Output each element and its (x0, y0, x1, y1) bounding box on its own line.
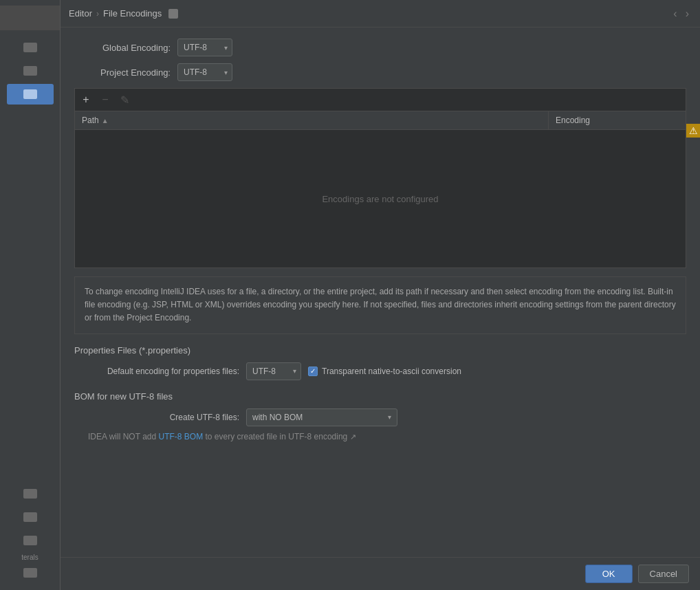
transparent-checkbox-wrapper: Transparent native-to-ascii conversion (308, 367, 461, 376)
bom-info-arrow: ↗ (350, 433, 356, 441)
sidebar-icon-7 (23, 568, 37, 578)
empty-message: Encodings are not configured (322, 194, 438, 204)
edit-encoding-button[interactable]: ✎ (116, 91, 133, 108)
sidebar-icon-6 (23, 536, 37, 545)
info-text: To change encoding IntelliJ IDEA uses fo… (85, 287, 676, 323)
bom-row: Create UTF-8 files: with NO BOM (74, 408, 686, 426)
encoding-table-container: + − ✎ Path ▲ Encoding Encodings are not … (74, 88, 686, 268)
add-encoding-button[interactable]: + (78, 91, 94, 108)
sidebar-label-terals: terals (21, 554, 38, 561)
bom-info-link[interactable]: UTF-8 BOM (158, 432, 203, 441)
transparent-checkbox[interactable] (308, 367, 318, 376)
dialog-footer: OK Cancel (61, 557, 700, 590)
sidebar-icon-2 (23, 66, 37, 76)
bom-section-title: BOM for new UTF-8 files (74, 391, 686, 402)
header: Editor › File Encodings ‹ › (61, 0, 700, 28)
properties-encoding-value: UTF-8 (252, 367, 276, 376)
properties-encoding-row: Default encoding for properties files: U… (74, 362, 686, 380)
remove-encoding-button[interactable]: − (97, 91, 113, 108)
sidebar-item-7[interactable] (7, 562, 54, 583)
sidebar-item-6[interactable] (7, 530, 54, 551)
col-encoding-label: Encoding (556, 116, 590, 125)
breadcrumb-root[interactable]: Editor (69, 8, 92, 19)
project-encoding-label: Project Encoding: (74, 67, 171, 78)
main-panel: Editor › File Encodings ‹ › Global Encod… (61, 0, 700, 590)
breadcrumb-current[interactable]: File Encodings (103, 8, 162, 19)
transparent-checkbox-label: Transparent native-to-ascii conversion (322, 367, 461, 376)
sidebar-top (0, 6, 60, 30)
project-encoding-dropdown[interactable]: UTF-8 (177, 63, 232, 81)
cancel-button[interactable]: Cancel (638, 565, 689, 583)
bom-info-prefix: IDEA will NOT add (88, 432, 158, 441)
bom-label: Create UTF-8 files: (88, 413, 239, 422)
properties-encoding-label: Default encoding for properties files: (88, 367, 239, 376)
project-encoding-value: UTF-8 (184, 67, 207, 77)
properties-section-title: Properties Files (*.properties) (74, 345, 686, 356)
warning-icon[interactable]: ⚠ (686, 124, 700, 138)
nav-forward-button[interactable]: › (683, 6, 692, 21)
sidebar-icon-3 (23, 89, 37, 99)
bom-info-text: IDEA will NOT add UTF-8 BOM to every cre… (74, 432, 686, 441)
breadcrumb-separator: › (96, 9, 99, 19)
breadcrumb-settings-icon (168, 9, 178, 19)
sidebar-icon-4 (23, 489, 37, 499)
bom-dropdown[interactable]: with NO BOM (246, 408, 397, 426)
sidebar-item-1[interactable] (7, 37, 54, 58)
sidebar-icon-5 (23, 512, 37, 522)
settings-content: Global Encoding: UTF-8 Project Encoding:… (61, 28, 700, 557)
sort-asc-icon: ▲ (102, 117, 109, 124)
project-encoding-row: Project Encoding: UTF-8 (74, 63, 686, 81)
table-body: Encodings are not configured (75, 130, 686, 267)
bom-info-suffix: to every created file in UTF-8 encoding (203, 432, 349, 441)
table-header: Path ▲ Encoding (75, 111, 686, 130)
sidebar-icon-1 (23, 43, 37, 52)
ok-button[interactable]: OK (585, 565, 633, 583)
col-path-label: Path (82, 116, 99, 125)
info-box: To change encoding IntelliJ IDEA uses fo… (74, 276, 686, 334)
global-encoding-row: Global Encoding: UTF-8 (74, 39, 686, 56)
sidebar-bottom-group: terals (0, 482, 60, 584)
sidebar-item-2[interactable] (7, 61, 54, 81)
global-encoding-value: UTF-8 (184, 43, 207, 52)
table-col-encoding[interactable]: Encoding (548, 111, 686, 129)
global-encoding-dropdown[interactable]: UTF-8 (177, 39, 232, 56)
table-toolbar: + − ✎ (75, 89, 686, 111)
nav-back-button[interactable]: ‹ (670, 6, 679, 21)
sidebar-item-5[interactable] (7, 507, 54, 527)
properties-encoding-dropdown[interactable]: UTF-8 (246, 362, 301, 380)
table-col-path[interactable]: Path ▲ (75, 111, 548, 129)
sidebar-items-group (0, 36, 60, 106)
bom-value: with NO BOM (252, 413, 303, 422)
sidebar-item-3[interactable] (7, 84, 54, 105)
global-encoding-label: Global Encoding: (74, 43, 171, 53)
breadcrumb: Editor › File Encodings (69, 8, 670, 19)
sidebar: terals (0, 0, 61, 590)
sidebar-item-4[interactable] (7, 483, 54, 504)
nav-buttons: ‹ › (670, 6, 692, 21)
